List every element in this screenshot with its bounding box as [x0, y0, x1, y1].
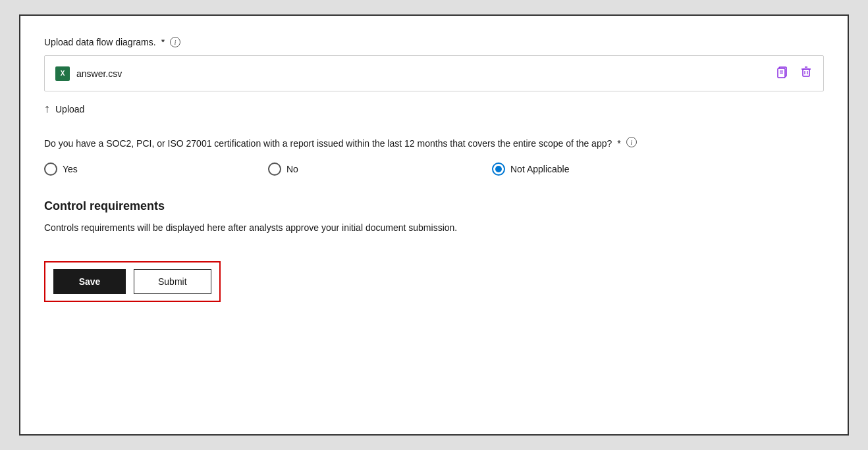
save-button[interactable]: Save [53, 269, 126, 294]
question-label: Do you have a SOC2, PCI, or ISO 27001 ce… [44, 137, 824, 151]
radio-option-no[interactable]: No [268, 162, 492, 176]
radio-label-not-applicable: Not Applicable [510, 164, 570, 174]
question-info-icon[interactable]: i [626, 137, 637, 147]
control-requirements-title: Control requirements [44, 199, 824, 213]
file-box: X answer.csv [44, 55, 824, 91]
file-name: answer.csv [76, 68, 122, 79]
copy-icon[interactable] [776, 65, 789, 82]
upload-info-icon[interactable]: i [170, 37, 180, 47]
radio-label-no: No [286, 164, 298, 174]
radio-inner-not-applicable [495, 166, 502, 172]
submit-button[interactable]: Submit [134, 269, 211, 294]
upload-label-text: Upload data flow diagrams. [44, 37, 156, 47]
upload-required-star: * [161, 37, 165, 47]
radio-outer-not-applicable [492, 162, 505, 176]
delete-icon[interactable] [800, 65, 813, 82]
svg-rect-4 [803, 69, 809, 76]
upload-section-label: Upload data flow diagrams. * i [44, 37, 824, 47]
file-info: X answer.csv [55, 66, 122, 81]
radio-option-yes[interactable]: Yes [44, 162, 268, 176]
upload-button-label: Upload [55, 104, 84, 114]
radio-outer-no [268, 162, 281, 176]
radio-group: Yes No Not Applicable [44, 162, 824, 176]
question-text: Do you have a SOC2, PCI, or ISO 27001 ce… [44, 137, 612, 151]
question-required-star: * [617, 137, 620, 151]
radio-outer-yes [44, 162, 57, 176]
file-actions [776, 65, 813, 82]
button-container: Save Submit [44, 261, 221, 302]
main-container: Upload data flow diagrams. * i X answer.… [19, 14, 849, 436]
upload-button[interactable]: ↑ Upload [44, 99, 84, 118]
excel-icon: X [55, 66, 70, 81]
radio-option-not-applicable[interactable]: Not Applicable [492, 162, 716, 176]
control-requirements-section: Control requirements Controls requiremen… [44, 199, 824, 235]
radio-label-yes: Yes [63, 164, 78, 174]
control-requirements-description: Controls requirements will be displayed … [44, 221, 824, 235]
upload-arrow-icon: ↑ [44, 102, 50, 116]
